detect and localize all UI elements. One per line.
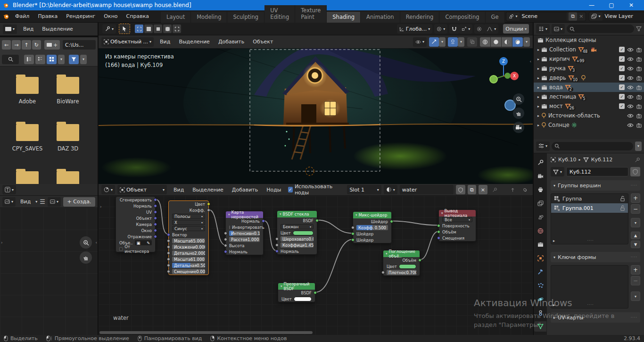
socket-vector[interactable] [154, 217, 157, 220]
scene-name[interactable]: Scene [520, 12, 567, 21]
camera-icon[interactable] [636, 66, 642, 71]
node-row[interactable]: Цвет [278, 296, 315, 302]
back-button[interactable]: ← [2, 40, 11, 50]
node-row[interactable]: Коэффици1.450 [277, 242, 317, 248]
outliner-item-Источник-область[interactable]: ▸Источник-область [534, 111, 644, 120]
number-field[interactable]: Смещение0.000 [172, 269, 205, 274]
drag-dots-icon[interactable]: ···· [631, 316, 637, 320]
properties-tab-constraint-icon[interactable] [534, 308, 546, 318]
options-button[interactable]: Опции▾ [503, 24, 529, 33]
node-row[interactable]: Масштаб1.000 [169, 256, 208, 262]
vertex-group-specials-button[interactable]: ▾ [631, 218, 640, 227]
node-row[interactable]: Синус▾ [169, 225, 208, 232]
camera-icon[interactable] [636, 75, 642, 81]
camera-icon[interactable] [636, 94, 642, 100]
node-row[interactable]: UV [116, 209, 155, 215]
node-row[interactable]: Цвет [383, 263, 420, 269]
fake-user-shield-button[interactable] [630, 167, 640, 176]
properties-tab-tool-icon[interactable] [534, 157, 546, 167]
new-scene-button[interactable]: ⧉ [569, 12, 577, 21]
socket-float[interactable] [167, 239, 170, 242]
navigation-gizmo[interactable]: Z X [487, 57, 520, 89]
panel-shape-keys[interactable]: ▾ Ключи формы ···· [551, 252, 640, 262]
node-bump[interactable]: ▾Карта неровностейНормальИнвертироватьИн… [225, 211, 264, 255]
link-drag-icon[interactable] [520, 185, 530, 194]
socket-float[interactable] [167, 245, 170, 249]
minimize-button[interactable]: — [582, 0, 602, 10]
socket-shader[interactable] [437, 224, 440, 227]
panel-toggle-chevron[interactable]: ‹ [95, 240, 97, 245]
file-browser-type-button[interactable]: ▾ [3, 25, 17, 34]
node-row[interactable]: Шейдер [353, 218, 391, 225]
hamburger-menu-icon[interactable]: ☰ [40, 198, 45, 205]
node-row[interactable]: Детально2.000 [169, 250, 208, 256]
workspace-tab-texture-paint[interactable]: Texture Paint [295, 5, 327, 23]
zoom-in-button[interactable] [80, 236, 92, 249]
workspace-tab-rendering[interactable]: Rendering [400, 12, 440, 23]
blender-menu-icon[interactable] [3, 12, 10, 21]
viewport-menu-Вид[interactable]: Вид [156, 37, 174, 46]
remove-vertex-group-button[interactable]: − [631, 204, 640, 214]
add-vertex-group-button[interactable]: + [631, 193, 640, 203]
properties-tab-physics-icon[interactable] [534, 294, 546, 304]
properties-tab-modifier-icon[interactable] [534, 267, 546, 277]
properties-tab-data-icon[interactable] [534, 321, 546, 332]
node-wave-texture[interactable]: ЦветКоэфф.Полосы▾X▾Синус▾ВекторМасштаб5.… [168, 200, 209, 275]
color-swatch[interactable] [293, 231, 314, 235]
exclude-checkbox[interactable]: ✓ [619, 103, 625, 109]
lock-open-icon[interactable] [620, 205, 625, 211]
thumbnail-view-button[interactable] [47, 55, 57, 64]
expand-arrow-icon[interactable]: ▸ [537, 48, 539, 52]
camera-icon[interactable] [636, 113, 642, 118]
eye-icon[interactable] [627, 75, 634, 81]
node-row[interactable]: Бекман▾ [277, 224, 317, 230]
folder-item[interactable]: BioWare [47, 77, 89, 105]
workspace-tab-animation[interactable]: Animation [361, 12, 400, 23]
node-row[interactable]: BSDF [277, 217, 317, 224]
shader-menu-Ноды[interactable]: Ноды [262, 185, 285, 194]
display-mode-dropdown[interactable]: ▾ [552, 24, 565, 33]
socket-float[interactable] [224, 232, 227, 235]
workspace-tab-ge[interactable]: Ge [486, 12, 505, 23]
horizontal-scrollbar[interactable] [99, 331, 313, 334]
node-row[interactable]: Масштаб5.000 [169, 238, 208, 244]
number-field[interactable]: Расстоя1.000 [229, 237, 260, 242]
exclude-checkbox[interactable]: ✓ [619, 75, 625, 81]
vertical-list-view-button[interactable] [24, 55, 34, 64]
overlays-toggle[interactable] [448, 37, 458, 47]
gizmos-dropdown[interactable]: ▾ [439, 37, 446, 47]
number-field[interactable]: Коэфф.0.500 [356, 225, 388, 230]
eye-icon[interactable] [627, 123, 634, 128]
properties-tab-render-icon[interactable] [534, 171, 546, 181]
scene-selector[interactable]: ▾ Scene ⧉ × [506, 12, 586, 21]
axis-y-neg[interactable] [504, 73, 511, 79]
eye-icon[interactable] [627, 85, 634, 90]
breadcrumb-data[interactable]: Куб.112 [591, 157, 613, 163]
xray-toggle[interactable] [467, 37, 477, 47]
socket-float[interactable] [351, 226, 355, 229]
path-field[interactable]: C:\Us... [63, 40, 96, 50]
drag-dots-icon[interactable]: ···· [631, 184, 637, 188]
node-row[interactable]: Искажени0.000 [169, 244, 208, 250]
unlink-material-button[interactable]: × [479, 185, 487, 194]
view-layer-name[interactable]: View Layer [603, 12, 644, 21]
camera-icon[interactable] [636, 85, 642, 90]
orientation-dropdown[interactable]: Глоба...▾ [397, 24, 433, 33]
pan-hand-icon[interactable] [513, 108, 524, 119]
socket-vector[interactable] [262, 219, 265, 223]
socket-shader[interactable] [351, 238, 355, 242]
collapse-icon[interactable]: ▾ [281, 284, 282, 288]
pivot-point-dropdown[interactable]: ▾ [434, 24, 447, 33]
node-row[interactable]: Цвет [277, 230, 317, 236]
forward-button[interactable]: → [12, 40, 21, 50]
eye-icon[interactable] [627, 94, 634, 100]
number-field[interactable]: Детально2.000 [172, 250, 205, 256]
active-tool-dropdown[interactable]: ▾ [102, 24, 116, 33]
image-icon-dropdown[interactable]: ▾ [2, 197, 16, 207]
viewport-canvas[interactable]: Из камеры перспектива (166) вода | Куб.1… [99, 49, 533, 184]
exclude-checkbox[interactable]: ✓ [619, 56, 625, 62]
cursor-tool-button[interactable] [119, 24, 130, 34]
socket-float[interactable] [224, 238, 227, 241]
node-dropdown[interactable]: X▾ [172, 220, 205, 225]
expand-arrow-icon[interactable]: ▸ [537, 85, 539, 90]
